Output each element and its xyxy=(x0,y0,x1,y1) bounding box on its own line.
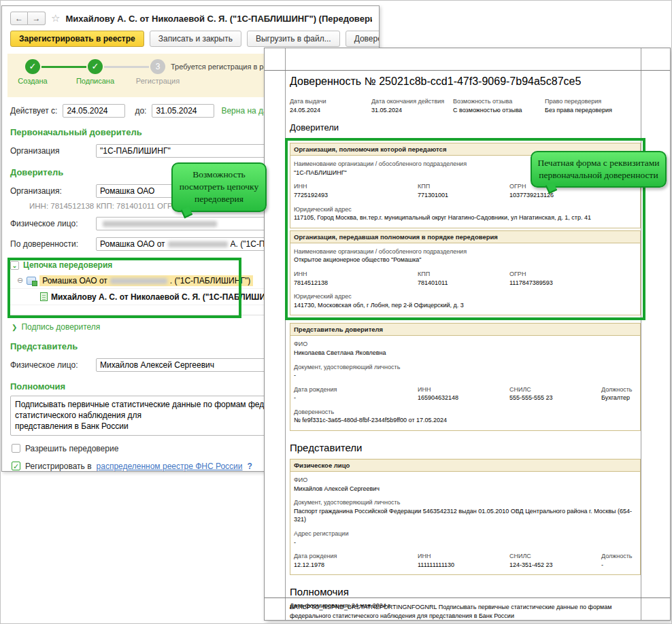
back-arrow-icon[interactable]: ← xyxy=(10,12,28,25)
spreadsheet-gridline xyxy=(641,48,641,620)
organization-icon xyxy=(27,277,36,285)
org-transferring-block: Организация, передавшая полномочия в пор… xyxy=(290,230,641,316)
principal-person-label: Физическое лицо: xyxy=(10,219,96,228)
step-signed-label: Подписана xyxy=(73,77,118,85)
chain-callout-bubble: Возможность посмотреть цепочку передовер… xyxy=(171,162,267,212)
principal-representative-block: Представитель доверителя ФИОНиколаева Св… xyxy=(290,323,641,431)
chevron-right-icon: ❯ xyxy=(12,324,17,331)
chevron-down-icon[interactable]: ⌄ xyxy=(10,261,19,270)
fns-help-icon[interactable]: ? xyxy=(248,462,252,471)
principal-org-label: Организация: xyxy=(10,186,96,196)
principals-section-title: Доверители xyxy=(290,122,641,133)
stepper-connector-done xyxy=(41,66,86,68)
representatives-section-title: Представители xyxy=(290,442,641,453)
by-poa-label: По доверенности: xyxy=(10,239,96,249)
step-registration-icon: 3 xyxy=(150,59,165,74)
document-meta-row: Дата выдачи24.05.2024 Дата окончания дей… xyxy=(290,97,641,114)
print-form-window: Доверенность № 25021c8b-ccd1-47f3-9069-7… xyxy=(264,48,671,621)
allow-substitution-checkbox[interactable] xyxy=(12,444,20,453)
redacted-text xyxy=(103,221,217,227)
valid-from-label: Действует с: xyxy=(10,106,57,116)
generation-date-footer: Дата формирования: 24 мая 2024 г. xyxy=(290,602,391,609)
fns-registry-link[interactable]: распределенном реестре ФНС России xyxy=(97,462,243,471)
stepper-connector-pending xyxy=(104,66,149,68)
window-title-bar: ← → ☆ Михайлову А. С. от Николаевой С. Я… xyxy=(2,6,379,28)
export-to-file-button[interactable]: Выгрузить в файл... xyxy=(247,31,340,47)
valid-from-input[interactable]: 24.05.2024 xyxy=(63,104,125,118)
representative-person-block: Физическое лицо ФИОМихайлов Алексей Серг… xyxy=(290,459,641,575)
collapse-minus-icon[interactable]: ⊖ xyxy=(17,276,23,285)
valid-to-label: до: xyxy=(135,106,146,116)
step-created-label: Создана xyxy=(13,77,52,85)
redacted-text xyxy=(168,241,228,247)
favorite-star-icon[interactable]: ☆ xyxy=(51,12,60,24)
initial-org-label: Организация xyxy=(10,146,96,156)
print-form-callout-bubble: Печатная форма с реквизитами первоначаль… xyxy=(531,151,667,188)
document-icon xyxy=(40,292,48,301)
window-title: Михайлову А. С. от Николаевой С. Я. ("1С… xyxy=(65,14,372,24)
step-created-icon: ✓ xyxy=(25,59,40,74)
poa-menu-button[interactable]: Доверенность xyxy=(346,31,380,47)
spreadsheet-gridline xyxy=(265,70,670,71)
representative-person-label: Физическое лицо: xyxy=(10,360,96,370)
step-signed-icon: ✓ xyxy=(88,59,103,74)
spreadsheet-gridline xyxy=(285,48,286,620)
step-registration-label: Регистрация xyxy=(133,77,183,85)
save-and-close-button[interactable]: Записать и закрыть xyxy=(150,31,241,47)
powers-section-title: Полномочия xyxy=(290,586,641,597)
register-in-registry-button[interactable]: Зарегистрировать в реестре xyxy=(10,31,144,47)
valid-to-input[interactable]: 31.05.2024 xyxy=(152,104,214,118)
forward-arrow-icon[interactable]: → xyxy=(28,12,46,25)
document-title: Доверенность № 25021c8b-ccd1-47f3-9069-7… xyxy=(290,75,641,88)
register-fns-checkbox[interactable]: ✓ xyxy=(12,462,20,470)
redacted-text xyxy=(110,278,167,284)
